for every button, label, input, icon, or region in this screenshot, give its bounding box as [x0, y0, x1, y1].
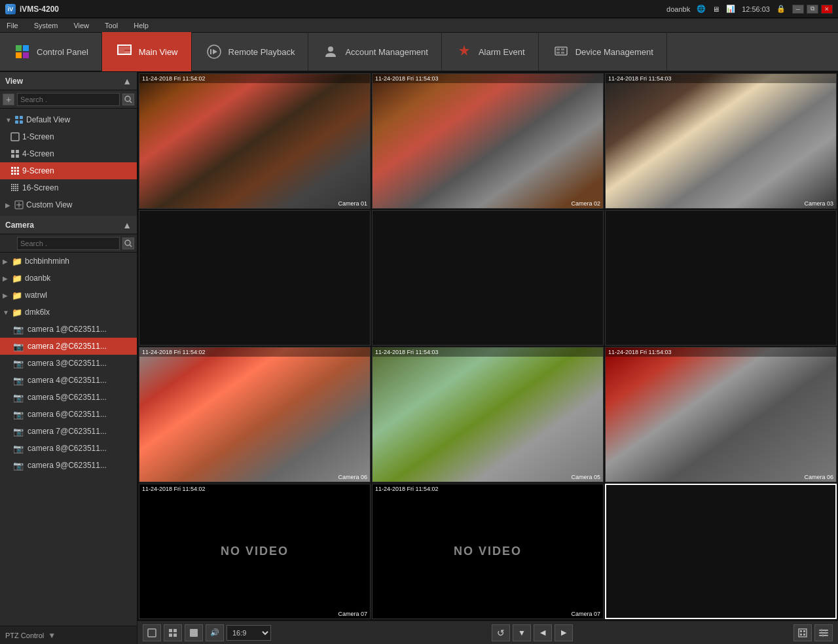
camera-item-6[interactable]: 📷 camera 6@C623511...: [0, 406, 137, 423]
camera-name-6: camera 6@C623511...: [27, 410, 107, 419]
view-search-bar: +: [0, 90, 137, 109]
camera-section: Camera ▲ ▶ 📁 bchbinhminh ▶ 📁: [0, 216, 137, 626]
single-screen-button[interactable]: [143, 624, 161, 641]
svg-rect-1: [23, 45, 29, 51]
app-title: iVMS-4200: [20, 5, 59, 14]
camera-cell-10[interactable]: 11-24-2018 Fri 11:54:02 NO VIDEO Camera …: [139, 484, 371, 619]
menu-help[interactable]: Help: [130, 20, 153, 31]
full-screen-button[interactable]: [185, 624, 203, 641]
menu-file[interactable]: File: [3, 20, 22, 31]
refresh-button[interactable]: ↺: [492, 624, 510, 641]
menu-system[interactable]: System: [30, 20, 62, 31]
camera-item-1[interactable]: 📷 camera 1@C623511...: [0, 321, 137, 338]
quad-screen-button[interactable]: [164, 624, 182, 641]
tab-main-view[interactable]: Main View: [102, 32, 192, 71]
next-icon: ▶: [561, 628, 566, 637]
ptz-label: PTZ Control: [5, 632, 44, 639]
expand-button[interactable]: [793, 624, 812, 641]
camera-cell-6[interactable]: [605, 210, 837, 346]
camera-timestamp-3: 11-24-2018 Fri 11:54:03: [608, 75, 672, 82]
account-management-icon: [321, 43, 340, 61]
camera-item-8[interactable]: 📷 camera 8@C623511...: [0, 440, 137, 457]
svg-rect-47: [15, 188, 16, 189]
tree-item-1screen[interactable]: 1-Screen: [0, 128, 137, 145]
camera-item-4[interactable]: 📷 camera 4@C623511...: [0, 372, 137, 389]
camera-panel-toggle[interactable]: ▲: [122, 220, 132, 230]
group-expand-icon: ▶: [3, 292, 9, 299]
camera-name-3: camera 3@C623511...: [27, 359, 107, 368]
tree-item-9screen[interactable]: 9-Screen: [0, 162, 137, 179]
svg-point-11: [328, 46, 333, 52]
menu-tool[interactable]: Tool: [101, 20, 122, 31]
svg-rect-14: [561, 48, 564, 50]
view-search-input[interactable]: [17, 93, 120, 106]
camera-cell-8[interactable]: 11-24-2018 Fri 11:54:03 Camera 05: [372, 347, 604, 482]
view-panel-toggle[interactable]: ▲: [122, 76, 132, 86]
camera-item-2[interactable]: 📷 camera 2@C623511...: [0, 338, 137, 355]
camera-icon: 📷: [13, 376, 24, 385]
svg-rect-37: [11, 184, 12, 185]
svg-rect-5: [118, 46, 124, 54]
expand-icon: ▼: [5, 116, 12, 124]
svg-rect-74: [822, 634, 824, 637]
tree-item-16screen[interactable]: 16-Screen: [0, 179, 137, 196]
camera-cell-5[interactable]: [372, 210, 604, 346]
camera-group-dmk6lx[interactable]: ▼ 📁 dmk6lx: [0, 304, 137, 321]
svg-rect-45: [11, 188, 12, 189]
aspect-ratio-select[interactable]: 16:9 4:3 Original: [227, 625, 271, 641]
tree-item-default-view[interactable]: ▼ Default View: [0, 111, 137, 128]
next-button[interactable]: ▶: [555, 624, 573, 641]
camera-group-bchbinhminh[interactable]: ▶ 📁 bchbinhminh: [0, 253, 137, 270]
camera-cell-11[interactable]: 11-24-2018 Fri 11:54:02 NO VIDEO Camera …: [372, 484, 604, 619]
close-button[interactable]: ✕: [821, 5, 833, 14]
dropdown-button[interactable]: ▼: [513, 624, 531, 641]
view-search-button[interactable]: [122, 94, 134, 105]
tab-account-management[interactable]: Account Management: [308, 32, 441, 71]
camera-cell-7[interactable]: 11-24-2018 Fri 11:54:02 Camera 06: [139, 347, 371, 482]
camera-search-input[interactable]: [17, 237, 120, 250]
camera-overlay-1: 11-24-2018 Fri 11:54:02: [139, 74, 370, 83]
camera-label-10: Camera 07: [338, 611, 367, 617]
group-expand-icon: ▶: [3, 275, 9, 282]
camera-cell-12[interactable]: [605, 484, 837, 619]
svg-rect-28: [11, 167, 13, 169]
tree-item-custom-view[interactable]: ▶ Custom View: [0, 196, 137, 213]
4screen-icon: [10, 149, 20, 158]
camera-item-3[interactable]: 📷 camera 3@C623511...: [0, 355, 137, 372]
tab-control-panel[interactable]: Control Panel: [0, 32, 102, 71]
audio-button[interactable]: 🔊: [206, 624, 224, 641]
restore-button[interactable]: ⧉: [807, 5, 818, 14]
tab-remote-playback[interactable]: Remote Playback: [192, 32, 309, 71]
svg-rect-58: [148, 629, 156, 637]
tab-alarm-event-label: Alarm Event: [479, 47, 525, 57]
camera-search-button[interactable]: [122, 238, 134, 249]
tree-item-4screen[interactable]: 4-Screen: [0, 145, 137, 162]
camera-cell-2[interactable]: 11-24-2018 Fri 11:54:03 Camera 02: [372, 73, 604, 209]
window-controls[interactable]: ─ ⧉ ✕: [792, 5, 833, 14]
camera-item-7[interactable]: 📷 camera 7@C623511...: [0, 423, 137, 440]
menu-view[interactable]: View: [69, 20, 93, 31]
view-add-button[interactable]: +: [3, 94, 14, 105]
svg-rect-22: [20, 120, 23, 124]
camera-cell-9[interactable]: 11-24-2018 Fri 11:54:03 Camera 06: [605, 347, 837, 482]
tab-alarm-event[interactable]: Alarm Event: [442, 32, 539, 71]
title-bar: iV iVMS-4200 doanbk 🌐 🖥 📊 12:56:03 🔒 ─ ⧉…: [0, 0, 838, 18]
camera-cell-4[interactable]: [139, 210, 371, 346]
group-expand-icon: ▶: [3, 258, 9, 265]
prev-button[interactable]: ◀: [534, 624, 552, 641]
svg-rect-34: [11, 173, 13, 175]
tab-device-management[interactable]: Device Management: [539, 32, 667, 71]
camera-cell-3[interactable]: 11-24-2018 Fri 11:54:03 Camera 03: [605, 73, 837, 209]
9screen-icon: [10, 166, 20, 175]
camera-group-doanbk[interactable]: ▶ 📁 doanbk: [0, 270, 137, 287]
settings-button[interactable]: [814, 624, 833, 641]
camera-group-watrwl[interactable]: ▶ 📁 watrwl: [0, 287, 137, 304]
main-content: 11-24-2018 Fri 11:54:02 Camera 01 11-24-…: [137, 72, 838, 644]
folder-icon: 📁: [12, 274, 22, 283]
camera-item-9[interactable]: 📷 camera 9@C623511...: [0, 457, 137, 474]
ptz-toggle[interactable]: ▼: [48, 631, 56, 640]
group-name-watrwl: watrwl: [25, 291, 47, 300]
minimize-button[interactable]: ─: [792, 5, 804, 14]
camera-item-5[interactable]: 📷 camera 5@C623511...: [0, 389, 137, 406]
camera-cell-1[interactable]: 11-24-2018 Fri 11:54:02 Camera 01: [139, 73, 371, 209]
